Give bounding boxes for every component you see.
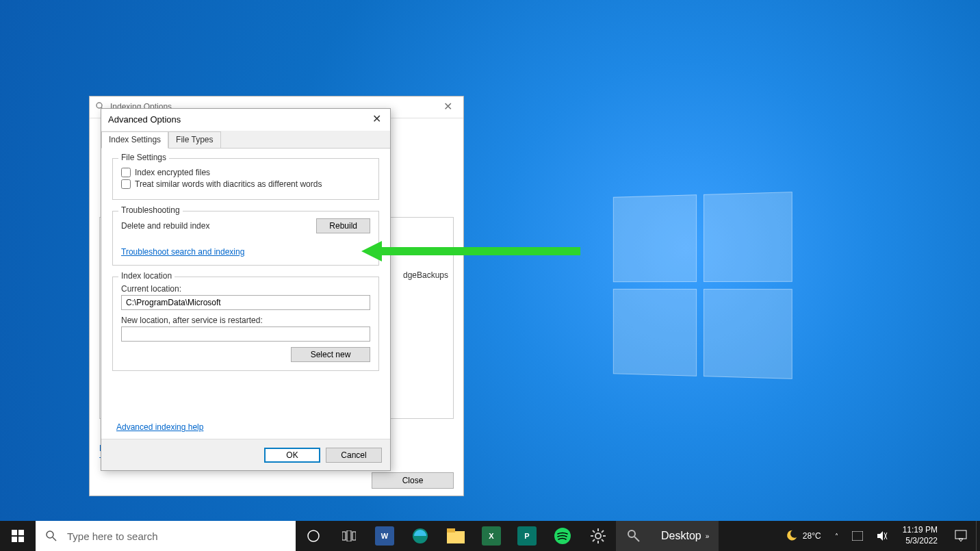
svg-marker-29: [877, 531, 883, 541]
svg-point-17: [595, 533, 601, 539]
indexing-options-taskbar-icon[interactable]: [616, 521, 652, 551]
svg-rect-6: [18, 537, 24, 542]
taskbar: Type here to search W X P Desktop » 28°C…: [0, 521, 980, 551]
tray-volume-icon[interactable]: [870, 521, 894, 551]
excel-app-icon[interactable]: X: [474, 521, 509, 551]
svg-rect-10: [342, 532, 346, 540]
index-location-group: Index location Current location: New loc…: [112, 277, 379, 371]
tray-touchpad-icon[interactable]: [845, 521, 870, 551]
svg-line-25: [602, 530, 604, 533]
ok-button[interactable]: OK: [264, 448, 320, 463]
svg-rect-3: [12, 530, 17, 535]
current-location-field[interactable]: [121, 295, 370, 310]
checkbox-input[interactable]: [121, 179, 131, 189]
index-location-legend: Index location: [118, 271, 175, 281]
delete-rebuild-label: Delete and rebuild index: [121, 221, 209, 231]
svg-point-9: [308, 530, 319, 541]
svg-point-7: [47, 531, 53, 538]
desktop-label: Desktop: [661, 530, 701, 542]
clock[interactable]: 11:19 PM 5/3/2022: [894, 525, 946, 546]
troubleshooting-group: Troubleshooting Delete and rebuild index…: [112, 211, 379, 266]
edge-app-icon[interactable]: [402, 521, 438, 551]
list-item-text: dgeBackups: [403, 270, 448, 280]
action-center-icon[interactable]: [946, 521, 976, 551]
checkbox-label: Index encrypted files: [135, 168, 210, 177]
select-new-button[interactable]: Select new: [291, 347, 370, 362]
index-encrypted-checkbox[interactable]: Index encrypted files: [121, 168, 370, 177]
svg-line-24: [593, 539, 595, 541]
publisher-app-icon[interactable]: P: [509, 521, 545, 551]
tray-chevron-up[interactable]: ˄: [828, 521, 845, 551]
svg-line-8: [53, 537, 56, 541]
svg-point-26: [628, 530, 635, 537]
start-button[interactable]: [0, 521, 36, 551]
desktop-toolbar[interactable]: Desktop »: [652, 521, 719, 551]
svg-rect-11: [347, 530, 351, 541]
svg-marker-33: [959, 539, 963, 541]
checkbox-input[interactable]: [121, 168, 131, 177]
svg-rect-28: [852, 531, 863, 541]
svg-point-0: [96, 103, 102, 108]
new-location-field[interactable]: [121, 326, 370, 342]
svg-line-27: [634, 537, 639, 541]
windows-icon: [12, 530, 24, 542]
close-dialog-button[interactable]: Close: [372, 472, 454, 489]
chevron-icon: »: [706, 533, 710, 540]
cortana-icon[interactable]: [296, 521, 331, 551]
svg-rect-5: [12, 537, 17, 542]
current-location-label: Current location:: [121, 284, 370, 294]
checkbox-label: Treat similar words with diacritics as d…: [135, 179, 322, 189]
dialog-title: Advanced Options: [108, 114, 181, 125]
word-app-icon[interactable]: W: [367, 521, 402, 551]
task-view-icon[interactable]: [331, 521, 367, 551]
date-text: 5/3/2022: [903, 536, 938, 547]
time-text: 11:19 PM: [903, 525, 938, 536]
search-box[interactable]: Type here to search: [36, 521, 296, 551]
show-desktop-button[interactable]: [976, 521, 980, 551]
windows-logo-wallpaper: [613, 192, 795, 382]
advanced-indexing-help-link[interactable]: Advanced indexing help: [116, 422, 203, 432]
svg-line-22: [593, 530, 595, 533]
svg-rect-14: [447, 531, 465, 543]
svg-rect-12: [352, 532, 356, 540]
svg-rect-32: [955, 530, 966, 539]
file-explorer-icon[interactable]: [438, 521, 474, 551]
diacritics-checkbox[interactable]: Treat similar words with diacritics as d…: [121, 179, 370, 189]
weather-temp: 28°C: [803, 531, 821, 541]
advanced-options-dialog: Advanced Options ✕ Index SettingsFile Ty…: [101, 108, 391, 471]
search-placeholder: Type here to search: [67, 530, 158, 542]
rebuild-button[interactable]: Rebuild: [316, 218, 370, 233]
svg-rect-15: [447, 528, 455, 533]
tab-file-types[interactable]: File Types: [168, 131, 220, 148]
weather-widget[interactable]: 28°C: [777, 521, 828, 551]
search-icon: [45, 530, 57, 542]
close-icon[interactable]: ✕: [363, 109, 390, 129]
file-settings-legend: File Settings: [118, 153, 169, 162]
spotify-app-icon[interactable]: [545, 521, 580, 551]
moon-icon: [784, 528, 799, 543]
troubleshoot-link[interactable]: Troubleshoot search and indexing: [121, 247, 244, 257]
file-settings-group: File Settings Index encrypted files Trea…: [112, 158, 379, 200]
troubleshooting-legend: Troubleshooting: [118, 205, 183, 215]
new-location-label: New location, after service is restarted…: [121, 316, 370, 325]
cancel-button[interactable]: Cancel: [326, 448, 382, 463]
close-button[interactable]: ✕: [433, 97, 463, 117]
settings-app-icon[interactable]: [580, 521, 616, 551]
svg-line-23: [602, 539, 604, 541]
tab-index-settings[interactable]: Index Settings: [101, 131, 168, 149]
svg-rect-4: [18, 530, 24, 535]
